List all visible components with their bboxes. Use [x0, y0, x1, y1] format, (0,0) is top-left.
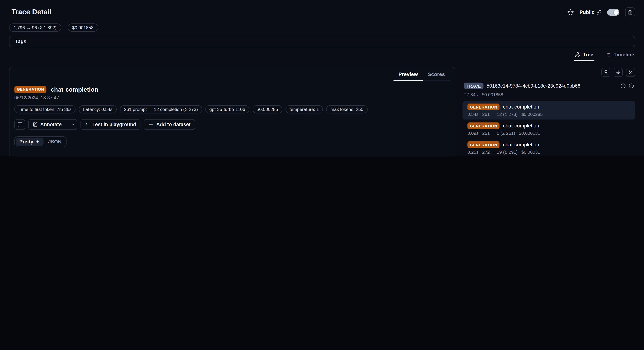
observation-type-badge: GENERATION — [468, 142, 500, 148]
observation-panel: Preview Scores GENERATION chat-completio… — [9, 67, 455, 156]
observation-name: chat-completion — [503, 123, 539, 128]
trace-stats: 27.34s $0.001858 — [462, 92, 635, 97]
annotations-toggle-button[interactable] — [602, 68, 610, 77]
trace-id: 50163c14-9784-4cb9-b18e-23e924d0bb66 — [487, 83, 580, 89]
star-icon — [567, 9, 574, 16]
annotate-button-main[interactable]: Annotate — [29, 119, 65, 130]
observation-latency: 0.25s — [468, 150, 478, 154]
tree-row-title: GENERATION chat-completion — [468, 104, 631, 110]
tree-row-stats: 0.09s 261 → 0 (Σ 261) $0.000131 — [468, 131, 631, 136]
tags-container[interactable]: Tags — [9, 36, 635, 48]
tab-scores[interactable]: Scores — [423, 68, 450, 81]
page-title: Trace Detail — [12, 8, 52, 16]
observation-title: chat-completion — [51, 86, 98, 93]
annotate-dropdown-button[interactable] — [68, 119, 77, 130]
observation-latency: 0.54s — [468, 112, 478, 117]
delete-trace-button[interactable] — [625, 7, 635, 17]
trash-icon — [628, 10, 633, 15]
observation-cost: $0.000285 — [521, 112, 543, 117]
minus-circle-icon — [628, 83, 634, 89]
observation-tokens: 261 → 0 (Σ 261) — [482, 131, 515, 136]
message-card: system M↓ You are a voice assistant for … — [14, 156, 450, 156]
trace-detail-page: Trace Detail Public 1,796 → 96 (Σ 1,892)… — [0, 0, 644, 156]
format-json-button[interactable]: JSON — [44, 138, 65, 146]
tree-observation-row[interactable]: GENERATION chat-completion 0.25s 272 → 1… — [462, 139, 635, 156]
metric-pill: Time to first token: 7m 36s — [14, 105, 76, 114]
observation-type-badge: GENERATION — [468, 104, 500, 110]
observation-name: chat-completion — [503, 142, 539, 148]
tree-row-title: GENERATION chat-completion — [468, 122, 631, 129]
playground-label: Test in playground — [92, 122, 136, 127]
observation-tokens: 272 → 19 (Σ 291) — [482, 150, 518, 154]
public-label: Public — [580, 9, 594, 15]
test-in-playground-button[interactable]: Test in playground — [80, 119, 141, 130]
metrics-row: Time to first token: 7m 36sLatency: 0.54… — [14, 105, 450, 114]
trace-summary-badges: 1,796 → 96 (Σ 1,892) $0.001858 — [9, 24, 635, 32]
tab-tree-label: Tree — [583, 52, 594, 58]
comments-button[interactable] — [14, 119, 25, 130]
header-actions: Public — [567, 7, 635, 17]
public-share-control[interactable]: Public — [580, 9, 602, 15]
tab-preview[interactable]: Preview — [394, 68, 423, 81]
tree-row-stats: 0.25s 272 → 19 (Σ 291) $0.00031 — [468, 150, 631, 154]
observation-tokens: 261 → 12 (Σ 273) — [482, 112, 518, 117]
trace-duration: 27.34s — [464, 92, 478, 97]
trace-total-cost: $0.001858 — [482, 92, 503, 97]
expand-all-button[interactable] — [620, 83, 626, 89]
format-pretty-button[interactable]: Pretty — [16, 138, 44, 146]
tab-timeline-label: Timeline — [614, 52, 634, 58]
public-toggle[interactable] — [607, 9, 620, 16]
metric-pill: gpt-35-turbo-1106 — [205, 105, 249, 114]
add-to-dataset-label: Add to dataset — [156, 122, 190, 127]
observation-type-badge: GENERATION — [468, 122, 500, 129]
tree-row-title: GENERATION chat-completion — [468, 142, 631, 148]
messages-container: system M↓ You are a voice assistant for … — [14, 156, 450, 156]
observation-timestamp: 06/12/2024, 18:37:47 — [14, 95, 450, 100]
chevron-down-icon — [70, 122, 75, 127]
add-to-dataset-button[interactable]: Add to dataset — [144, 119, 195, 130]
observation-tabs: Preview Scores — [394, 68, 450, 81]
content-area: Preview Scores GENERATION chat-completio… — [0, 61, 644, 156]
observation-header: GENERATION chat-completion — [14, 86, 450, 93]
observation-cost: $0.00031 — [521, 150, 540, 154]
tab-timeline[interactable]: Timeline — [605, 49, 635, 61]
tags-label: Tags — [15, 38, 26, 44]
plus-circle-icon — [620, 83, 626, 89]
tree-controls — [462, 68, 635, 77]
show-percentages-button[interactable] — [626, 68, 635, 77]
page-header: Trace Detail Public — [0, 0, 644, 17]
toggle-knob — [614, 10, 619, 15]
metric-pill: maxTokens: 250 — [326, 105, 367, 114]
collapse-tree-button[interactable] — [614, 68, 623, 77]
metric-pill: Latency: 0.54s — [79, 105, 116, 114]
terminal-icon — [85, 122, 90, 127]
observation-name: chat-completion — [503, 104, 539, 110]
award-icon — [604, 70, 608, 75]
tree-observation-row[interactable]: GENERATION chat-completion 0.54s 261 → 1… — [462, 101, 635, 120]
trace-cost-badge: $0.001858 — [68, 24, 98, 32]
comment-icon — [17, 122, 22, 127]
collapse-all-button[interactable] — [628, 83, 634, 89]
observation-latency: 0.09s — [468, 131, 478, 136]
trace-root-row[interactable]: TRACE 50163c14-9784-4cb9-b18e-23e924d0bb… — [462, 83, 635, 89]
metric-pill: temperature: 1 — [286, 105, 323, 114]
trace-expand-controls — [620, 83, 634, 89]
tab-tree[interactable]: Tree — [574, 49, 594, 61]
metric-pill: $0.000285 — [252, 105, 282, 114]
pretty-label: Pretty — [19, 139, 33, 144]
percent-icon — [628, 70, 633, 75]
bookmark-star-button[interactable] — [567, 9, 574, 16]
pencil-icon — [33, 122, 38, 127]
view-mode-tabs: Tree Timeline — [9, 49, 635, 61]
observation-cost: $0.000131 — [519, 131, 540, 136]
trace-tokens-badge: 1,796 → 96 (Σ 1,892) — [9, 24, 61, 32]
plus-icon — [148, 122, 154, 127]
observation-actions: Annotate Test in playground — [14, 119, 450, 130]
timeline-icon — [606, 52, 611, 57]
generation-type-badge: GENERATION — [14, 86, 47, 93]
annotate-button[interactable]: Annotate — [28, 119, 77, 130]
tree-row-stats: 0.54s 261 → 12 (Σ 273) $0.000285 — [468, 112, 631, 117]
tree-icon — [575, 52, 580, 57]
tree-observation-row[interactable]: GENERATION chat-completion 0.09s 261 → 0… — [462, 120, 635, 138]
link-icon — [596, 10, 602, 15]
